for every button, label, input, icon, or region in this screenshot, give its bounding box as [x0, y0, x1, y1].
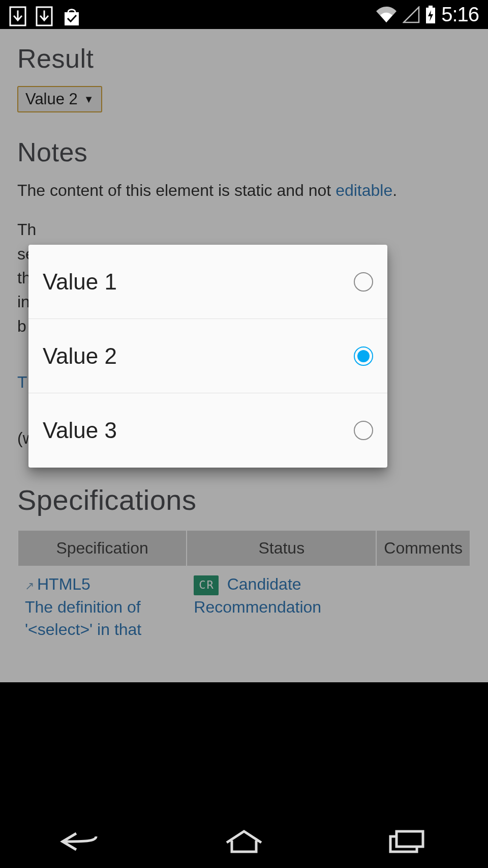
svg-rect-3 [429, 6, 433, 8]
option-value-1[interactable]: Value 1 [28, 245, 387, 319]
radio-icon [354, 272, 373, 292]
download-icon [9, 6, 26, 26]
battery-charging-icon [425, 5, 436, 24]
select-dialog: Value 1 Value 2 Value 3 [28, 245, 387, 468]
navigation-bar [0, 813, 488, 868]
svg-rect-5 [396, 831, 423, 847]
radio-icon [354, 421, 373, 440]
recent-apps-button[interactable] [379, 826, 435, 857]
back-button[interactable] [53, 826, 109, 857]
option-label: Value 2 [43, 343, 117, 369]
option-value-2[interactable]: Value 2 [28, 319, 387, 393]
radio-checked-icon [354, 346, 373, 366]
option-label: Value 1 [43, 269, 117, 295]
home-button[interactable] [216, 826, 272, 857]
option-value-3[interactable]: Value 3 [28, 393, 387, 468]
download-icon [36, 6, 53, 26]
wifi-icon [375, 6, 398, 23]
option-label: Value 3 [43, 418, 117, 443]
shopping-bag-check-icon [62, 6, 81, 26]
cell-signal-icon [403, 6, 420, 23]
status-time: 5:16 [441, 3, 479, 26]
status-bar: 5:16 [0, 0, 488, 29]
